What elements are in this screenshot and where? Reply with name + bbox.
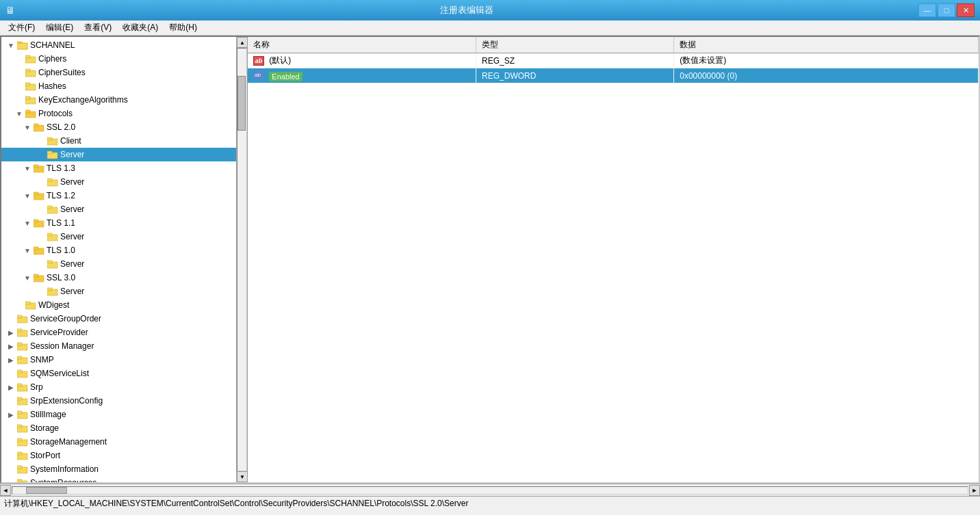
tree-node-tls10-server[interactable]: Server [1, 257, 236, 271]
vscroll-down-btn[interactable]: ▼ [237, 471, 248, 482]
svg-rect-2 [17, 43, 27, 49]
folder-icon [47, 287, 58, 296]
column-header-name[interactable]: 名称 [248, 37, 476, 53]
tree-node-tls11[interactable]: ▼ TLS 1.1 [1, 216, 236, 230]
bottom-scrollbar[interactable]: ◄ ► [0, 484, 980, 496]
tree-label-ciphers: Ciphers [38, 54, 66, 64]
tree-label-srpextension: SrpExtensionConfig [30, 396, 103, 406]
tree-label-ssl3-server: Server [60, 287, 84, 296]
column-header-type[interactable]: 类型 [476, 37, 674, 53]
tree-node-servicegrouporder[interactable]: ServiceGroupOrder [1, 312, 236, 326]
svg-rect-22 [47, 179, 52, 181]
expand-arrow: ▼ [23, 220, 31, 227]
vscroll-up-btn[interactable]: ▲ [237, 37, 248, 48]
tree-node-tls10[interactable]: ▼ TLS 1.0 [1, 243, 236, 257]
folder-icon [34, 163, 44, 173]
svg-rect-12 [25, 110, 30, 113]
menu-edit[interactable]: 编辑(E) [40, 21, 79, 35]
tree-node-serviceprovider[interactable]: ▶ ServiceProvider [1, 326, 236, 339]
svg-rect-8 [25, 83, 30, 85]
tree-node-tls12[interactable]: ▼ TLS 1.2 [1, 189, 236, 202]
tree-label-ssl2: SSL 2.0 [47, 122, 75, 132]
menu-help[interactable]: 帮助(H) [164, 21, 203, 35]
folder-icon [17, 464, 28, 474]
tree-node-snmp[interactable]: ▶ SNMP [1, 353, 236, 367]
tree-node-stillimage[interactable]: ▶ StillImage [1, 408, 236, 421]
tree-node-sessionmanager[interactable]: ▶ Session Manager [1, 339, 236, 353]
tree-node-ssl2[interactable]: ▼ SSL 2.0 [1, 120, 236, 134]
maximize-button[interactable]: □ [938, 3, 955, 17]
tree-node-protocols[interactable]: ▼ Protocols [1, 107, 236, 120]
tree-node-storagemanagement[interactable]: StorageManagement [1, 435, 236, 449]
menu-file[interactable]: 文件(F) [3, 21, 40, 35]
expand-arrow: ▼ [23, 124, 31, 131]
tree-vscrollbar[interactable]: ▲ ▼ [236, 37, 247, 482]
window-title: 注册表编辑器 [15, 4, 918, 16]
tree-node-systemresources[interactable]: SystemResources [1, 476, 236, 482]
expand-arrow: ▶ [7, 384, 15, 391]
tree-node-storage[interactable]: Storage [1, 421, 236, 435]
svg-rect-28 [34, 220, 38, 222]
menu-view[interactable]: 查看(V) [79, 21, 117, 35]
tree-node-ssl2-client[interactable]: Client [1, 134, 236, 148]
tree-node-ssl3-server[interactable]: Server [1, 285, 236, 298]
tree-node-srp[interactable]: ▶ Srp [1, 380, 236, 394]
tree-node-srpextension[interactable]: SrpExtensionConfig [1, 394, 236, 408]
close-button[interactable]: ✕ [957, 3, 975, 17]
tree-label-wdigest: WDigest [38, 300, 69, 310]
minimize-button[interactable]: — [918, 3, 936, 17]
tree-label-keyexchange: KeyExchangeAlgorithms [38, 95, 128, 105]
tree-label-hashes: Hashes [38, 81, 66, 91]
registry-type-cell: REG_SZ [476, 53, 674, 68]
scroll-thumb[interactable] [26, 487, 67, 494]
tree-node-storport[interactable]: StorPort [1, 449, 236, 462]
tree-node-sqmservicelist[interactable]: SQMServiceList [1, 367, 236, 380]
tree-node-systeminfo[interactable]: SystemInformation [1, 462, 236, 476]
table-row[interactable]: ab (默认) REG_SZ (数值未设置) [248, 53, 979, 68]
svg-rect-32 [34, 247, 38, 250]
expand-arrow: ▼ [7, 42, 15, 49]
registry-type-cell-enabled: REG_DWORD [476, 68, 674, 83]
main-area: ▼ SCHANNEL Ciphers [0, 36, 980, 484]
title-bar: 🖥 注册表编辑器 — □ ✕ [0, 0, 980, 21]
menu-favorites[interactable]: 收藏夹(A) [117, 21, 164, 35]
vscroll-track[interactable] [237, 48, 247, 471]
tree-node-wdigest[interactable]: WDigest [1, 298, 236, 312]
svg-rect-18 [47, 151, 52, 154]
expand-arrow: ▼ [15, 110, 23, 118]
tree-node-schannel[interactable]: ▼ SCHANNEL [1, 38, 236, 52]
tree-node-tls13[interactable]: ▼ TLS 1.3 [1, 161, 236, 175]
tree-node-tls12-server[interactable]: Server [1, 202, 236, 216]
tree-label-tls11: TLS 1.1 [47, 218, 75, 228]
tree-label-tls13: TLS 1.3 [47, 163, 75, 173]
scroll-left-btn[interactable]: ◄ [0, 485, 11, 496]
tree-inner[interactable]: ▼ SCHANNEL Ciphers [1, 37, 236, 482]
column-header-data[interactable]: 数据 [674, 37, 979, 53]
svg-rect-44 [17, 329, 22, 332]
svg-rect-24 [34, 192, 38, 195]
tree-node-ciphers[interactable]: Ciphers [1, 52, 236, 66]
tree-node-keyexchange[interactable]: KeyExchangeAlgorithms [1, 93, 236, 107]
folder-icon [25, 81, 36, 91]
scroll-right-btn[interactable]: ► [969, 485, 980, 496]
folder-icon [17, 355, 28, 365]
table-row-enabled[interactable]: ab Enabled REG_DWORD 0x00000000 (0) [248, 68, 979, 83]
svg-rect-52 [17, 384, 22, 386]
tree-node-tls13-server[interactable]: Server [1, 175, 236, 189]
tree-node-hashes[interactable]: Hashes [1, 79, 236, 93]
registry-scroll-area[interactable]: 名称 类型 数据 ab (默认) REG_SZ (数值未设置) [248, 37, 979, 482]
registry-table: 名称 类型 数据 ab (默认) REG_SZ (数值未设置) [248, 37, 979, 83]
scroll-track[interactable] [12, 486, 968, 494]
tree-node-ssl2-server[interactable]: Server [1, 148, 236, 161]
tree-node-ciphersuites[interactable]: CipherSuites [1, 66, 236, 79]
registry-name-cell-enabled: ab Enabled [248, 68, 476, 83]
tree-node-ssl3[interactable]: ▼ SSL 3.0 [1, 271, 236, 285]
registry-data-cell-enabled: 0x00000000 (0) [674, 68, 979, 83]
folder-icon [34, 191, 44, 200]
tree-node-tls11-server[interactable]: Server [1, 230, 236, 243]
right-panel: 名称 类型 数据 ab (默认) REG_SZ (数值未设置) [248, 37, 979, 482]
tree-label-ssl2-client: Client [60, 136, 81, 146]
folder-icon [47, 259, 58, 269]
vscroll-thumb[interactable] [237, 76, 246, 131]
expand-arrow: ▶ [7, 356, 15, 364]
